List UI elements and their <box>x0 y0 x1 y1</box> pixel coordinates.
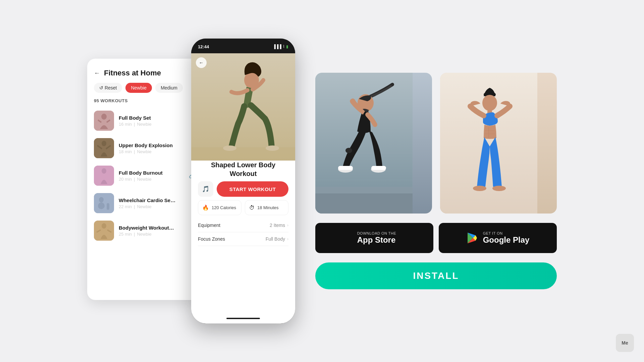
photo-card-squat <box>315 73 432 214</box>
photo-card-blue <box>440 73 557 214</box>
list-item[interactable]: Wheelchair Cardio Se… 22 min | Newbie <box>87 190 201 217</box>
phones-section: ← Fitness at Home ↺ Reset Newbie Medium … <box>87 39 295 323</box>
photos-row <box>315 73 557 214</box>
workout-info: Wheelchair Cardio Se… 22 min | Newbie <box>119 197 195 209</box>
svg-point-26 <box>345 148 352 153</box>
svg-point-15 <box>223 145 236 151</box>
detail-rows: Equipment 2 Items › Focus Zones Full Bod… <box>198 219 288 246</box>
workout-thumbnail <box>94 166 114 186</box>
workout-name: Full Body Set <box>119 115 195 121</box>
svg-point-3 <box>102 141 106 146</box>
app-store-text: Download on the App Store <box>357 231 396 245</box>
filter-row: ↺ Reset Newbie Medium <box>87 83 201 98</box>
equipment-value: 2 Items › <box>270 223 288 228</box>
install-button[interactable]: INSTALL <box>315 262 557 289</box>
home-bar <box>226 318 260 319</box>
focus-zones-label: Focus Zones <box>198 236 225 242</box>
main-container: ← Fitness at Home ↺ Reset Newbie Medium … <box>0 0 644 362</box>
workout-meta: 18 min | Newbie <box>119 149 195 154</box>
hero-image: ← <box>191 53 295 161</box>
workout-info: Full Body Set 16 min | Newbie <box>119 115 195 127</box>
workout-detail-panel: Shaped Lower Body Workout 🎵 START WORKOU… <box>191 154 295 313</box>
phone-background: ← Fitness at Home ↺ Reset Newbie Medium … <box>87 59 201 300</box>
app-store-button[interactable]: Download on the App Store <box>315 223 433 253</box>
chevron-right-icon: › <box>287 223 288 228</box>
workout-meta: 22 min | Newbie <box>119 204 195 209</box>
workout-meta: 20 min | Newbie <box>119 177 184 182</box>
svg-point-38 <box>473 186 486 191</box>
start-workout-button[interactable]: START WORKOUT <box>217 181 288 197</box>
workout-info: Bodyweight Workout… 25 min | Newbie <box>119 225 195 237</box>
app-store-main-label: App Store <box>357 235 396 245</box>
workout-name: Bodyweight Workout… <box>119 225 195 231</box>
filter-reset-button[interactable]: ↺ Reset <box>94 83 122 93</box>
clock-icon: ⏱ <box>249 205 255 211</box>
svg-point-8 <box>98 202 105 209</box>
bg-phone-title: Fitness at Home <box>104 69 161 77</box>
focus-zones-value: Full Body › <box>266 236 288 242</box>
svg-rect-30 <box>371 166 386 170</box>
svg-point-5 <box>102 168 106 174</box>
workout-info: Upper Body Explosion 18 min | Newbie <box>119 142 195 154</box>
list-item[interactable]: Upper Body Explosion 18 min | Newbie <box>87 135 201 162</box>
workout-thumbnail <box>94 138 114 158</box>
equipment-row[interactable]: Equipment 2 Items › <box>198 219 288 232</box>
workout-meta: 16 min | Newbie <box>119 122 195 127</box>
me-badge[interactable]: Me <box>616 334 634 352</box>
wifi-icon: ⌇ <box>283 44 285 49</box>
stats-row: 🔥 120 Calories ⏱ 18 Minutes <box>198 200 288 215</box>
hero-back-button[interactable]: ← <box>196 57 207 68</box>
workout-list: Full Body Set 16 min | Newbie <box>87 107 201 244</box>
phone-notch <box>226 39 260 47</box>
bg-phone-header: ← Fitness at Home <box>87 65 201 83</box>
svg-rect-9 <box>107 203 109 210</box>
workout-detail-title: Shaped Lower Body Workout <box>198 161 288 178</box>
list-item[interactable]: Full Body Burnout 20 min | Newbie 🔗 <box>87 162 201 189</box>
filter-medium-button[interactable]: Medium <box>155 83 183 93</box>
svg-point-1 <box>101 114 107 120</box>
store-buttons-row: Download on the App Store GET IT ON Goo <box>315 223 557 253</box>
google-play-icon <box>466 232 478 244</box>
google-play-sub-label: GET IT ON <box>483 231 530 235</box>
svg-point-39 <box>492 186 506 191</box>
bg-back-arrow-icon[interactable]: ← <box>94 70 100 77</box>
duration-value: 18 Minutes <box>257 205 279 210</box>
battery-icon: ▮ <box>286 44 288 49</box>
workout-action-row: 🎵 START WORKOUT <box>198 181 288 197</box>
workout-thumbnail <box>94 221 114 241</box>
equipment-label: Equipment <box>198 223 220 228</box>
workouts-count-label: 95 WORKOUTS <box>87 98 201 107</box>
workout-name: Full Body Burnout <box>119 170 184 176</box>
google-play-button[interactable]: GET IT ON Google Play <box>439 223 557 253</box>
svg-point-7 <box>99 197 104 202</box>
duration-card: ⏱ 18 Minutes <box>245 200 288 215</box>
svg-rect-13 <box>191 147 295 161</box>
chevron-right-icon: › <box>287 237 288 241</box>
right-section: Download on the App Store GET IT ON Goo <box>315 73 557 289</box>
calories-value: 120 Calories <box>212 205 236 210</box>
status-icons: ▐▐▐ ⌇ ▮ <box>273 44 288 49</box>
list-item[interactable]: Full Body Set 16 min | Newbie <box>87 107 201 134</box>
phone-foreground: 12:44 ▐▐▐ ⌇ ▮ <box>191 39 295 323</box>
workout-thumbnail <box>94 111 114 131</box>
google-play-text: GET IT ON Google Play <box>483 231 530 245</box>
svg-point-16 <box>266 145 279 151</box>
status-time: 12:44 <box>198 44 209 49</box>
phone-screen-content: ← Shaped Lower Body Workout 🎵 START WORK… <box>191 53 295 313</box>
svg-point-11 <box>102 223 106 229</box>
signal-icon: ▐▐▐ <box>273 44 281 49</box>
google-play-main-label: Google Play <box>483 235 530 245</box>
music-button[interactable]: 🎵 <box>198 181 213 197</box>
workout-name: Upper Body Explosion <box>119 142 195 148</box>
svg-point-33 <box>482 95 497 111</box>
list-item[interactable]: Bodyweight Workout… 25 min | Newbie <box>87 217 201 244</box>
filter-newbie-button[interactable]: Newbie <box>125 83 152 93</box>
workout-thumbnail <box>94 193 114 213</box>
calories-card: 🔥 120 Calories <box>198 200 241 215</box>
app-store-sub-label: Download on the <box>357 231 396 235</box>
svg-rect-29 <box>338 166 353 170</box>
focus-zones-row[interactable]: Focus Zones Full Body › <box>198 232 288 246</box>
fire-icon: 🔥 <box>202 204 209 211</box>
workout-info: Full Body Burnout 20 min | Newbie <box>119 170 184 182</box>
home-indicator <box>191 313 295 323</box>
